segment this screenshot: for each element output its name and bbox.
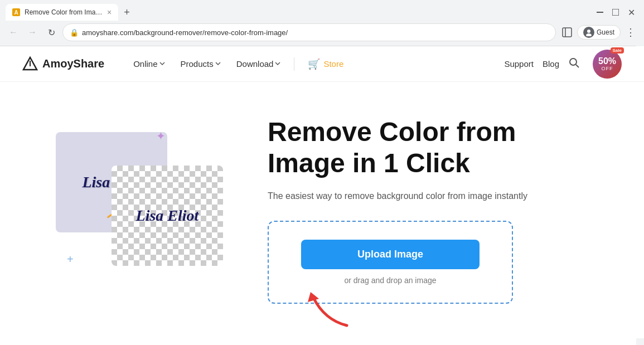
search-button[interactable] [568, 57, 579, 71]
site-content: AmoyShare Online Products Download 🛒 Sto… [0, 46, 644, 345]
red-arrow-indicator [302, 292, 352, 333]
after-text: Lisa Eliot [136, 207, 199, 225]
sidebar-button[interactable] [559, 25, 575, 40]
hero-title: Remove Color from Image in 1 Click [268, 116, 611, 178]
illustration: Lisa Elio Lisa Eliot ✦ + [56, 121, 234, 299]
browser-actions: Guest ⋮ [559, 25, 638, 40]
nav-right: Support Blog Sale 50% OFF [504, 50, 622, 79]
minimize-button[interactable] [593, 5, 607, 20]
cart-icon: 🛒 [308, 58, 320, 70]
logo-area[interactable]: AmoyShare [22, 56, 104, 72]
address-bar-row: ← → ↻ 🔒 amoyshare.com/background-remover… [0, 21, 644, 46]
sale-badge[interactable]: Sale 50% OFF [593, 50, 622, 79]
guest-profile-button[interactable]: Guest [577, 25, 621, 40]
svg-point-4 [587, 30, 590, 33]
chevron-down-icon [215, 62, 221, 66]
svg-point-8 [570, 59, 577, 65]
hero-content: Remove Color from Image in 1 Click The e… [268, 116, 611, 303]
search-icon [568, 57, 579, 68]
logo-text: AmoyShare [42, 57, 104, 70]
nav-support[interactable]: Support [504, 59, 534, 69]
chevron-down-icon [159, 62, 165, 66]
new-tab-button[interactable]: + [120, 7, 133, 18]
tab-close-button[interactable]: × [107, 8, 112, 17]
nav-products[interactable]: Products [174, 56, 227, 72]
logo-icon [22, 56, 38, 72]
nav-separator [294, 57, 294, 71]
nav-blog[interactable]: Blog [543, 59, 559, 69]
browser-chrome: A Remove Color from Image Instar × + ✕ ←… [0, 0, 644, 46]
browser-tab[interactable]: A Remove Color from Image Instar × [6, 4, 118, 21]
sale-off: OFF [602, 66, 613, 71]
forward-button[interactable]: → [25, 25, 40, 40]
guest-label: Guest [597, 28, 614, 36]
nav-links: Online Products Download 🛒 Store [127, 55, 504, 74]
hero-subtitle: The easiest way to remove background col… [268, 189, 611, 203]
window-controls: ✕ [593, 5, 638, 20]
sale-percent: 50% [598, 57, 616, 66]
nav-online[interactable]: Online [127, 56, 171, 72]
sparkle-icon: ✦ [156, 129, 166, 143]
maximize-button[interactable] [608, 5, 623, 20]
plus-icon: + [67, 253, 74, 266]
svg-line-9 [576, 65, 579, 67]
after-image: Lisa Eliot [112, 166, 223, 266]
site-nav: AmoyShare Online Products Download 🛒 Sto… [0, 46, 644, 82]
upload-zone[interactable]: Upload Image or drag and drop an image [268, 221, 513, 304]
svg-point-5 [586, 33, 592, 36]
tab-title: Remove Color from Image Instar [25, 8, 103, 16]
tab-favicon: A [12, 8, 20, 16]
svg-rect-2 [563, 28, 572, 37]
upload-button[interactable]: Upload Image [301, 240, 480, 269]
address-text: amoyshare.com/background-remover/remove-… [82, 28, 549, 37]
svg-rect-1 [612, 9, 619, 16]
nav-store[interactable]: 🛒 Store [301, 55, 350, 74]
back-button[interactable]: ← [6, 25, 21, 40]
nav-download[interactable]: Download [230, 56, 288, 72]
sale-tag: Sale [611, 47, 624, 54]
refresh-button[interactable]: ↻ [43, 25, 59, 40]
svg-rect-0 [597, 12, 603, 13]
drag-drop-text: or drag and drop an image [345, 276, 437, 285]
avatar [583, 27, 594, 38]
hero-section: Lisa Elio Lisa Eliot ✦ + Remove Color fr… [0, 82, 644, 338]
lock-icon: 🔒 [70, 28, 79, 37]
chevron-down-icon [275, 62, 280, 66]
address-box[interactable]: 🔒 amoyshare.com/background-remover/remov… [62, 23, 556, 41]
title-bar: A Remove Color from Image Instar × + ✕ [0, 0, 644, 21]
